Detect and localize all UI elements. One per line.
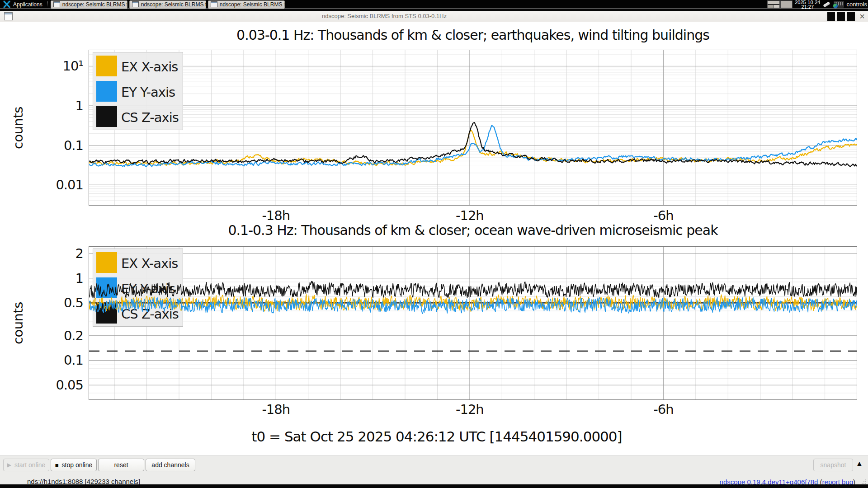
y-tick-label: 2 <box>0 245 83 262</box>
y-tick-label: 0.05 <box>0 376 83 394</box>
legend-swatch-ey <box>96 81 117 102</box>
trace-ey-y-axis <box>89 126 857 167</box>
plot1-title: 0.03-0.1 Hz: Thousands of km & closer; e… <box>89 27 857 43</box>
legend-swatch-cs <box>96 106 117 127</box>
snapshot-button[interactable]: snapshot <box>813 459 853 471</box>
keyboard-layout-icon[interactable] <box>834 1 844 8</box>
legend-swatch-ex <box>96 56 117 76</box>
top-panel: Applications ndscope: Seismic BLRMS f...… <box>0 0 868 9</box>
bottom-bar: ▶ start online ■ stop online reset add c… <box>0 455 868 485</box>
start-online-label: start online <box>14 461 45 469</box>
y-tick-label: 0.1 <box>0 137 83 154</box>
window-icon <box>53 1 60 7</box>
taskbar-window-3-label: ndscope: Seismic BLRMS f... <box>220 1 285 8</box>
snapshot-label: snapshot <box>821 461 846 469</box>
expand-arrow-icon[interactable]: ▲ <box>856 460 863 468</box>
plot2-area[interactable]: EX X-axisEY Y-axisCS Z-axis <box>89 246 857 400</box>
applications-menu-label: Applications <box>13 1 42 8</box>
close-button[interactable]: × <box>857 11 867 22</box>
legend-swatch-ex <box>96 252 117 273</box>
reset-button[interactable]: reset <box>98 459 144 471</box>
legend-label: EX X-axis <box>121 256 178 271</box>
taskbar-window-2[interactable]: ndscope: Seismic BLRMS f... <box>129 0 206 9</box>
logged-in-user-label: controls <box>846 1 867 8</box>
x-tick-label: -6h <box>632 402 695 417</box>
legend[interactable]: EX X-axisEY Y-axisCS Z-axis <box>93 52 183 130</box>
plot1-area[interactable]: EX X-axisEY Y-axisCS Z-axis <box>89 50 857 206</box>
add-channels-label: add channels <box>151 461 189 469</box>
panel-separator <box>47 1 49 7</box>
trace-cs-z-axis <box>89 282 857 298</box>
workspace-2[interactable] <box>780 0 793 8</box>
window-title: ndscope: Seismic BLRMS from STS 0.03-0.1… <box>0 13 769 19</box>
resize-grip[interactable] <box>861 479 866 484</box>
taskbar-window-2-label: ndscope: Seismic BLRMS f... <box>141 1 206 8</box>
legend-label: EY Y-axis <box>121 84 175 100</box>
x-tick-label: -12h <box>438 402 501 417</box>
window-icon <box>211 1 217 7</box>
xfce-applications-icon <box>3 0 11 8</box>
desktop-screen: Applications ndscope: Seismic BLRMS f...… <box>0 0 868 488</box>
toolbar: ▶ start online ■ stop online reset add c… <box>3 459 195 471</box>
start-online-button[interactable]: ▶ start online <box>3 459 49 471</box>
x-tick-label: -18h <box>244 402 307 417</box>
maximize-button[interactable] <box>837 12 845 21</box>
y-tick-label: 10¹ <box>0 57 83 75</box>
t0-timestamp-label: t0 = Sat Oct 25 2025 04:26:12 UTC [14454… <box>89 428 785 445</box>
stop-online-label: stop online <box>62 461 93 469</box>
taskbar-window-3[interactable]: ndscope: Seismic BLRMS f... <box>208 0 285 9</box>
reset-label: reset <box>114 461 128 469</box>
x-tick-label: -6h <box>632 208 695 223</box>
stop-online-button[interactable]: ■ stop online <box>51 459 97 471</box>
workspace-1[interactable] <box>767 0 780 8</box>
y-tick-label: 1 <box>0 270 83 287</box>
y-tick-label: 0.01 <box>0 176 83 193</box>
x-tick-label: -18h <box>244 208 307 223</box>
plot-frame <box>89 247 857 400</box>
stop-icon: ■ <box>55 462 59 469</box>
window-icon <box>132 1 139 7</box>
y-tick-label: 0.1 <box>0 352 83 369</box>
notification-tray-icon[interactable] <box>822 1 831 8</box>
y-tick-label: 0.2 <box>0 327 83 344</box>
taskbar-window-1-label: ndscope: Seismic BLRMS f... <box>62 1 127 8</box>
restore-button[interactable] <box>847 12 855 21</box>
taskbar-window-1[interactable]: ndscope: Seismic BLRMS f... <box>51 0 127 9</box>
plot1-canvas[interactable]: EX X-axisEY Y-axisCS Z-axis <box>89 50 857 206</box>
applications-menu-button[interactable]: Applications <box>0 0 45 9</box>
play-icon: ▶ <box>7 462 11 468</box>
y-tick-label: 1 <box>0 97 83 114</box>
panel-clock[interactable]: 2025-10-24 21:27 <box>795 0 820 9</box>
add-channels-button[interactable]: add channels <box>146 459 195 471</box>
desktop-bottom-strip <box>0 484 868 488</box>
plot2-canvas[interactable]: EX X-axisEY Y-axisCS Z-axis <box>89 246 857 400</box>
plot-frame <box>89 50 857 206</box>
panel-right-cluster: 2025-10-24 21:27 controls <box>767 0 867 9</box>
y-tick-label: 0.5 <box>0 294 83 311</box>
legend-label: CS Z-axis <box>121 110 179 125</box>
legend-label: EX X-axis <box>121 59 178 75</box>
window-titlebar[interactable]: ndscope: Seismic BLRMS from STS 0.03-0.1… <box>0 11 868 22</box>
trace-ex-x-axis <box>89 131 857 166</box>
x-tick-label: -12h <box>438 208 501 223</box>
minimize-button[interactable] <box>827 12 835 21</box>
clock-time: 21:27 <box>795 5 820 9</box>
workspace-switcher[interactable] <box>767 0 793 8</box>
plot2-title: 0.1-0.3 Hz: Thousands of km & closer; oc… <box>89 222 857 238</box>
